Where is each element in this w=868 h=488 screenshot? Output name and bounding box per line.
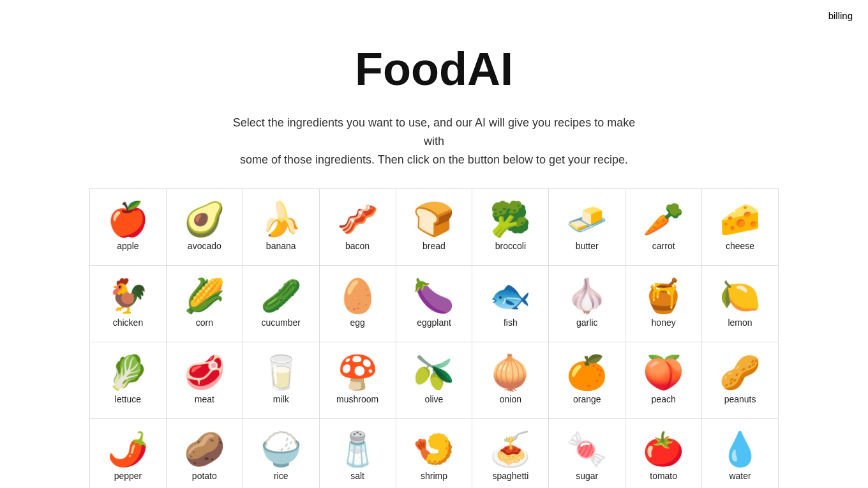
bread-label: bread — [423, 241, 445, 251]
ingredient-cell-eggplant[interactable]: 🍆eggplant — [396, 266, 473, 342]
ingredient-cell-meat[interactable]: 🥩meat — [167, 342, 243, 419]
ingredient-cell-honey[interactable]: 🍯honey — [625, 266, 702, 342]
sugar-label: sugar — [576, 471, 598, 481]
ingredient-cell-potato[interactable]: 🥔potato — [167, 419, 243, 488]
broccoli-label: broccoli — [495, 241, 526, 251]
top-nav: billing — [0, 0, 868, 31]
mushroom-emoji: 🍄 — [337, 356, 378, 389]
ingredient-cell-garlic[interactable]: 🧄garlic — [549, 266, 625, 342]
olive-label: olive — [425, 394, 444, 404]
ingredient-cell-orange[interactable]: 🍊orange — [549, 342, 625, 419]
cucumber-label: cucumber — [261, 317, 300, 328]
salt-emoji: 🧂 — [337, 432, 378, 466]
ingredient-cell-chicken[interactable]: 🐓chicken — [90, 266, 167, 342]
rice-emoji: 🍚 — [260, 432, 302, 466]
ingredient-cell-apple[interactable]: 🍎apple — [90, 189, 167, 266]
olive-emoji: 🫒 — [413, 356, 454, 389]
water-label: water — [729, 471, 751, 481]
ingredient-cell-banana[interactable]: 🍌banana — [243, 189, 320, 266]
fish-label: fish — [504, 317, 518, 328]
orange-label: orange — [573, 394, 601, 404]
banana-emoji: 🍌 — [260, 202, 302, 236]
milk-label: milk — [273, 394, 289, 404]
egg-emoji: 🥚 — [337, 279, 378, 312]
ingredient-cell-lemon[interactable]: 🍋lemon — [702, 266, 779, 342]
cucumber-emoji: 🥒 — [260, 279, 302, 312]
ingredient-cell-sugar[interactable]: 🍬sugar — [549, 419, 625, 488]
shrimp-label: shrimp — [421, 471, 447, 481]
ingredient-cell-carrot[interactable]: 🥕carrot — [625, 189, 702, 266]
avocado-emoji: 🥑 — [184, 202, 225, 236]
ingredient-cell-cheese[interactable]: 🧀cheese — [702, 189, 779, 266]
bacon-label: bacon — [345, 241, 370, 251]
lemon-label: lemon — [728, 317, 752, 328]
lettuce-label: lettuce — [115, 394, 141, 404]
milk-emoji: 🥛 — [260, 356, 302, 389]
garlic-emoji: 🧄 — [566, 279, 608, 312]
ingredient-cell-butter[interactable]: 🧈butter — [549, 189, 625, 266]
peanuts-label: peanuts — [724, 394, 756, 404]
egg-label: egg — [350, 317, 364, 328]
honey-emoji: 🍯 — [643, 279, 684, 312]
billing-link[interactable]: billing — [828, 10, 853, 21]
ingredient-cell-pepper[interactable]: 🌶️pepper — [90, 419, 167, 488]
ingredient-cell-corn[interactable]: 🌽corn — [167, 266, 243, 342]
lemon-emoji: 🍋 — [719, 279, 761, 312]
butter-label: butter — [576, 241, 599, 251]
garlic-label: garlic — [576, 317, 597, 328]
ingredient-cell-milk[interactable]: 🥛milk — [243, 342, 320, 419]
spaghetti-emoji: 🍝 — [490, 432, 531, 466]
page-header: FoodAI — [0, 31, 868, 101]
apple-label: apple — [117, 241, 138, 251]
ingredient-cell-peach[interactable]: 🍑peach — [625, 342, 702, 419]
ingredient-cell-peanuts[interactable]: 🥜peanuts — [702, 342, 779, 419]
ingredient-cell-onion[interactable]: 🧅onion — [472, 342, 549, 419]
banana-label: banana — [266, 241, 296, 251]
ingredient-cell-rice[interactable]: 🍚rice — [243, 419, 320, 488]
corn-label: corn — [196, 317, 213, 328]
avocado-label: avocado — [188, 241, 221, 251]
ingredient-cell-shrimp[interactable]: 🍤shrimp — [396, 419, 473, 488]
water-emoji: 💧 — [719, 432, 761, 466]
lettuce-emoji: 🥬 — [107, 356, 149, 389]
onion-emoji: 🧅 — [490, 356, 531, 389]
shrimp-emoji: 🍤 — [413, 432, 454, 466]
subtitle-line1: Select the ingredients you want to use, … — [233, 116, 635, 148]
ingredient-cell-lettuce[interactable]: 🥬lettuce — [90, 342, 167, 419]
ingredient-cell-spaghetti[interactable]: 🍝spaghetti — [472, 419, 549, 488]
pepper-emoji: 🌶️ — [107, 432, 149, 466]
rice-label: rice — [274, 471, 288, 481]
pepper-label: pepper — [114, 471, 142, 481]
sugar-emoji: 🍬 — [566, 432, 608, 466]
corn-emoji: 🌽 — [184, 279, 225, 312]
ingredient-cell-cucumber[interactable]: 🥒cucumber — [243, 266, 320, 342]
apple-emoji: 🍎 — [107, 202, 149, 236]
chicken-label: chicken — [113, 317, 143, 328]
ingredient-cell-olive[interactable]: 🫒olive — [396, 342, 473, 419]
ingredient-cell-bacon[interactable]: 🥓bacon — [320, 189, 396, 266]
ingredient-cell-salt[interactable]: 🧂salt — [320, 419, 396, 488]
potato-emoji: 🥔 — [184, 432, 225, 466]
butter-emoji: 🧈 — [566, 202, 608, 236]
peach-emoji: 🍑 — [643, 356, 684, 389]
chicken-emoji: 🐓 — [107, 279, 149, 312]
fish-emoji: 🐟 — [490, 279, 531, 312]
orange-emoji: 🍊 — [566, 356, 608, 389]
ingredient-cell-mushroom[interactable]: 🍄mushroom — [320, 342, 396, 419]
ingredient-cell-avocado[interactable]: 🥑avocado — [167, 189, 243, 266]
onion-label: onion — [500, 394, 521, 404]
peach-label: peach — [652, 394, 676, 404]
tomato-emoji: 🍅 — [643, 432, 684, 466]
subtitle-line2: some of those ingredients. Then click on… — [240, 153, 628, 166]
spaghetti-label: spaghetti — [492, 471, 528, 481]
ingredient-cell-water[interactable]: 💧water — [702, 419, 779, 488]
peanuts-emoji: 🥜 — [719, 356, 761, 389]
ingredient-cell-bread[interactable]: 🍞bread — [396, 189, 473, 266]
salt-label: salt — [350, 471, 364, 481]
ingredient-cell-fish[interactable]: 🐟fish — [472, 266, 549, 342]
honey-label: honey — [652, 317, 676, 328]
ingredient-cell-tomato[interactable]: 🍅tomato — [625, 419, 702, 488]
ingredient-cell-egg[interactable]: 🥚egg — [320, 266, 396, 342]
cheese-label: cheese — [726, 241, 754, 251]
ingredient-cell-broccoli[interactable]: 🥦broccoli — [472, 189, 549, 266]
